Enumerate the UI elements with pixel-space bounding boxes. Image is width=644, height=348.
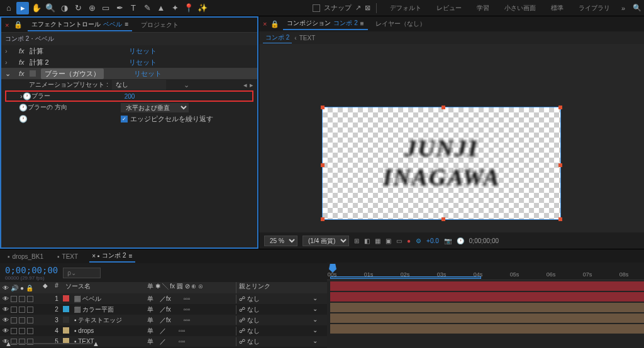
ws-standard[interactable]: 標準 bbox=[543, 1, 571, 15]
close-panel-icon[interactable]: × bbox=[5, 21, 9, 29]
canvas-text-line1: JUNJI bbox=[404, 134, 479, 163]
lock-icon[interactable]: 🔒 bbox=[14, 21, 23, 29]
prop-blur-amount[interactable]: › 🕐 ブラー 200 bbox=[5, 90, 253, 102]
timeline-tracks[interactable]: 00s01s02s03s04s05s06s07s08s bbox=[327, 263, 644, 348]
text-tool[interactable]: T bbox=[127, 2, 140, 14]
zoom-tool[interactable]: 🔍 bbox=[44, 2, 57, 14]
brush-tool[interactable]: ✎ bbox=[141, 2, 153, 14]
snap-checkbox[interactable] bbox=[313, 4, 320, 12]
ws-library[interactable]: ライブラリ bbox=[571, 1, 618, 15]
preset-dropdown[interactable]: なし bbox=[112, 80, 166, 90]
wand-tool[interactable]: ✨ bbox=[196, 2, 209, 14]
layer-bar[interactable] bbox=[330, 303, 644, 312]
viewer-controls: 25 % (1/4 画質) ⊞ ◧ ▦ ▣ ▭ ● ⚙ +0.0 📷 🕐 0;0… bbox=[259, 232, 644, 249]
pen-tool[interactable]: ✒ bbox=[113, 2, 126, 14]
visibility-icon[interactable]: 👁 bbox=[3, 306, 9, 313]
snap-icon[interactable]: ↗ bbox=[355, 4, 361, 12]
effect-breadcrumb: コンポ 2・ベベル bbox=[1, 33, 257, 45]
snap-settings-icon[interactable]: ⊠ bbox=[365, 4, 370, 12]
layer-bar[interactable] bbox=[330, 281, 644, 291]
visibility-icon[interactable]: 👁 bbox=[3, 327, 9, 334]
main-toolbar: ⌂ ▸ ✋ 🔍 ◑ ↻ ⊕ ▭ ✒ T ✎ ▲ ✦ 📍 ✨ スナップ ↗ ⊠ デ… bbox=[0, 0, 644, 16]
timeline-search[interactable] bbox=[63, 268, 101, 278]
canvas-text-line2: INAGAWA bbox=[382, 163, 500, 192]
preset-prev-icon[interactable]: ◂ bbox=[243, 81, 247, 89]
blur-value[interactable]: 200 bbox=[125, 93, 135, 100]
time-icon[interactable]: 🕐 bbox=[457, 237, 464, 244]
tl-tab-drops[interactable]: ▪ drops_BK1 bbox=[5, 252, 46, 261]
prop-blur-direction: 🕐 ブラーの 方向 水平および垂直 bbox=[1, 102, 257, 113]
time-tick: 02s bbox=[401, 271, 410, 278]
grid-icon[interactable]: ⊞ bbox=[354, 237, 359, 244]
visibility-icon[interactable]: 👁 bbox=[3, 295, 9, 302]
rotate-tool[interactable]: ↻ bbox=[72, 2, 84, 14]
fx-row-gaussian-blur[interactable]: ⌄fx ブラー（ガウス） リセット bbox=[1, 68, 257, 79]
time-tick: 03s bbox=[437, 271, 447, 278]
timeline-zoom-slider[interactable]: ▲▲ bbox=[5, 340, 99, 347]
viewer-area[interactable]: JUNJI INAGAWA bbox=[259, 44, 644, 232]
snapshot-icon[interactable]: 📷 bbox=[444, 237, 452, 244]
ws-review[interactable]: レビュー bbox=[429, 1, 469, 15]
close-panel-icon[interactable]: × bbox=[263, 20, 267, 28]
tl-tab-comp2[interactable]: × ▪ コンポ 2 ≡ bbox=[89, 250, 135, 263]
fx-toggle-icon[interactable] bbox=[30, 70, 36, 77]
hand-tool[interactable]: ✋ bbox=[30, 2, 43, 14]
timecode[interactable]: 0;00;00;00 bbox=[5, 265, 58, 275]
time-tick: 00s bbox=[328, 271, 337, 278]
tab-layer[interactable]: レイヤー（なし） bbox=[372, 18, 430, 30]
puppet-tool[interactable]: 📍 bbox=[182, 2, 195, 14]
composition-canvas[interactable]: JUNJI INAGAWA bbox=[322, 107, 561, 220]
tl-tab-text[interactable]: ▪ TEXT bbox=[55, 252, 80, 261]
tab-project[interactable]: プロジェクト bbox=[137, 19, 182, 31]
preset-next-icon[interactable]: ▸ bbox=[250, 81, 253, 89]
prop-repeat-edge: 🕐 ✓ エッジピクセルを繰り返す bbox=[1, 113, 257, 124]
mask-icon[interactable]: ◧ bbox=[364, 237, 370, 244]
search-icon[interactable]: 🔍 bbox=[633, 4, 641, 12]
rect-tool[interactable]: ▭ bbox=[99, 2, 112, 14]
toggle-alpha-icon[interactable]: ● bbox=[407, 237, 411, 244]
guide-icon[interactable]: ▦ bbox=[375, 237, 380, 244]
roi-icon[interactable]: ▭ bbox=[396, 237, 402, 244]
time-tick: 06s bbox=[547, 271, 556, 278]
home-button[interactable]: ⌂ bbox=[3, 2, 15, 14]
stopwatch-icon[interactable]: 🕐 bbox=[23, 92, 31, 101]
ws-learn[interactable]: 学習 bbox=[469, 1, 497, 15]
layer-bar[interactable] bbox=[330, 292, 644, 302]
flow-text[interactable]: TEXT bbox=[299, 35, 316, 41]
fx-row-keisan2[interactable]: ›fx 計算 2 リセット bbox=[1, 57, 257, 68]
layer-bar[interactable] bbox=[330, 313, 644, 323]
time-tick: 04s bbox=[474, 271, 483, 278]
flow-comp[interactable]: コンポ 2 bbox=[263, 33, 292, 43]
time-tick: 08s bbox=[619, 271, 629, 278]
blur-direction-select[interactable]: 水平および垂直 bbox=[121, 103, 189, 112]
workspace-tabs: デフォルト レビュー 学習 小さい画面 標準 ライブラリ bbox=[382, 1, 618, 15]
tab-effect-controls[interactable]: エフェクトコントロール ベベル ≡ bbox=[28, 19, 132, 31]
visibility-icon[interactable]: 👁 bbox=[3, 317, 9, 324]
workspace-menu-icon[interactable]: » bbox=[621, 4, 625, 12]
snap-label: スナップ bbox=[324, 3, 352, 13]
stopwatch-icon[interactable]: 🕐 bbox=[19, 104, 28, 112]
layer-bar[interactable] bbox=[330, 324, 644, 334]
stamp-tool[interactable]: ▲ bbox=[155, 2, 167, 14]
channel-icon[interactable]: ▣ bbox=[386, 237, 391, 244]
lock-icon[interactable]: 🔒 bbox=[270, 20, 279, 28]
fx-row-keisan[interactable]: ›fx 計算 リセット bbox=[1, 45, 257, 57]
animation-preset-row: アニメーションプリセット : なし ⌄ ◂▸ bbox=[1, 79, 257, 90]
quality-select[interactable]: (1/4 画質) bbox=[303, 236, 349, 246]
tab-composition[interactable]: コンポジション コンポ 2 ≡ bbox=[283, 18, 367, 30]
anchor-tool[interactable]: ⊕ bbox=[86, 2, 98, 14]
orbit-tool[interactable]: ◑ bbox=[58, 2, 70, 14]
time-tick: 07s bbox=[583, 271, 592, 278]
preview-time[interactable]: 0;00;00;00 bbox=[469, 237, 499, 244]
time-tick: 05s bbox=[510, 271, 519, 278]
selection-tool[interactable]: ▸ bbox=[16, 2, 29, 14]
composition-panel: × 🔒 コンポジション コンポ 2 ≡ レイヤー（なし） コンポ 2 ‹ TEX… bbox=[258, 16, 644, 249]
zoom-select[interactable]: 25 % bbox=[264, 236, 297, 246]
ws-default[interactable]: デフォルト bbox=[382, 1, 429, 15]
ws-small[interactable]: 小さい画面 bbox=[497, 1, 543, 15]
roto-tool[interactable]: ✦ bbox=[169, 2, 181, 14]
exposure-value[interactable]: +0.0 bbox=[426, 237, 439, 244]
color-mgmt-icon[interactable]: ⚙ bbox=[416, 237, 421, 244]
repeat-edge-checkbox[interactable]: ✓ bbox=[121, 116, 128, 122]
stopwatch-icon[interactable]: 🕐 bbox=[19, 115, 28, 123]
